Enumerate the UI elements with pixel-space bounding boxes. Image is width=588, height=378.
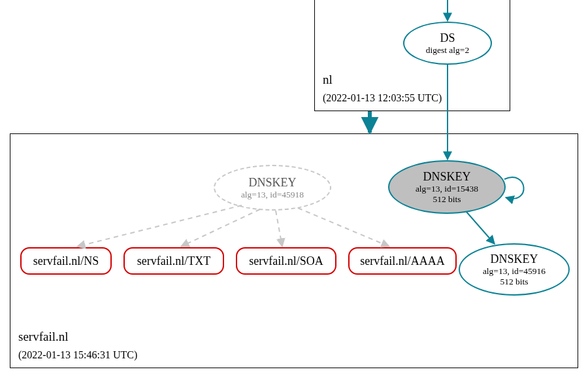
node-rr-txt-label: servfail.nl/TXT (137, 254, 210, 268)
zone-label-servfail: servfail.nl (18, 329, 69, 345)
node-dnskey-zsk-sub2: 512 bits (500, 277, 528, 287)
node-dnskey-zsk-title: DNSKEY (490, 252, 538, 266)
node-rr-ns-label: servfail.nl/NS (33, 254, 99, 268)
node-dnskey-ksk-sub1: alg=13, id=15438 (416, 184, 478, 194)
node-rr-soa-label: servfail.nl/SOA (249, 254, 323, 268)
zone-timestamp-nl: (2022-01-13 12:03:55 UTC) (323, 92, 442, 104)
node-dnskey-missing-sub: alg=13, id=45918 (241, 190, 304, 200)
node-dnskey-ksk-title: DNSKEY (423, 170, 470, 184)
node-ds: DS digest alg=2 (403, 22, 492, 65)
zone-timestamp-servfail: (2022-01-13 15:46:31 UTC) (18, 349, 137, 361)
node-rr-aaaa: servfail.nl/AAAA (348, 247, 457, 275)
node-dnskey-zsk-sub1: alg=13, id=45916 (483, 266, 546, 277)
node-dnskey-ksk-sub2: 512 bits (433, 194, 461, 205)
node-rr-aaaa-label: servfail.nl/AAAA (360, 254, 444, 268)
node-dnskey-zsk: DNSKEY alg=13, id=45916 512 bits (459, 243, 570, 296)
node-dnskey-missing: DNSKEY alg=13, id=45918 (214, 165, 331, 211)
node-ds-title: DS (440, 31, 455, 45)
node-rr-txt: servfail.nl/TXT (123, 247, 224, 275)
node-ds-sub: digest alg=2 (426, 45, 469, 56)
node-dnskey-missing-title: DNSKEY (248, 176, 296, 190)
node-dnskey-ksk: DNSKEY alg=13, id=15438 512 bits (388, 160, 506, 214)
zone-label-nl: nl (323, 72, 333, 88)
node-rr-ns: servfail.nl/NS (20, 247, 112, 275)
node-rr-soa: servfail.nl/SOA (236, 247, 336, 275)
